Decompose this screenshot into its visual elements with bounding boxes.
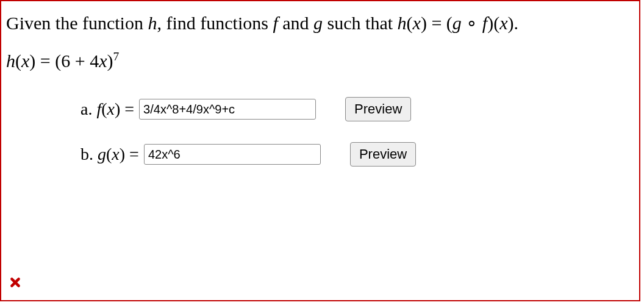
preview-button-b[interactable]: Preview (350, 142, 416, 167)
function-h: h (398, 13, 407, 33)
function-h: h (148, 13, 157, 33)
answer-row-a: a. f(x) = Preview (80, 97, 639, 121)
rparen: )( (487, 13, 499, 33)
given-equation: h(x) = (6 + 4x)7 (1, 34, 639, 71)
incorrect-icon (10, 277, 21, 288)
answer-input-b[interactable] (144, 144, 321, 165)
equals: = (120, 99, 134, 118)
rparen: ) (115, 99, 120, 118)
label-b-prefix: b. (80, 145, 98, 163)
prompt-text: such that (323, 13, 397, 33)
question-prompt: Given the function h, find functions f a… (1, 1, 639, 34)
lparen: ( (106, 145, 112, 163)
exponent: 7 (113, 50, 119, 63)
answer-input-a[interactable] (139, 99, 316, 120)
variable-x: x (413, 13, 421, 33)
lparen: ( (407, 13, 413, 33)
answer-row-b: b. g(x) = Preview (80, 142, 639, 167)
rparen: ) (107, 51, 113, 71)
variable-x: x (107, 99, 115, 118)
rparen: ) (29, 51, 35, 71)
variable-x: x (21, 51, 29, 71)
compose-symbol: ∘ (462, 13, 482, 33)
question-container: Given the function h, find functions f a… (0, 0, 640, 301)
equals: = (125, 145, 139, 163)
rparen: ). (508, 13, 519, 33)
answer-label-b: b. g(x) = (80, 145, 139, 164)
lparen: ( (15, 51, 21, 71)
answers-block: a. f(x) = Preview b. g(x) = Preview (1, 97, 639, 167)
variable-x: x (99, 51, 107, 71)
function-g: g (453, 13, 462, 33)
variable-x: x (499, 13, 507, 33)
variable-x: x (112, 145, 119, 163)
prompt-text: Given the function (6, 13, 148, 33)
equation-body: = (6 + 4 (35, 51, 99, 71)
rparen: ) (120, 145, 125, 163)
answer-label-a: a. f(x) = (80, 99, 134, 119)
function-h: h (6, 51, 15, 71)
prompt-text: and (278, 13, 313, 33)
preview-button-a[interactable]: Preview (345, 97, 411, 121)
function-g: g (98, 145, 106, 163)
function-f: f (482, 13, 487, 33)
label-a-prefix: a. (80, 99, 96, 118)
rparen: ) (421, 13, 427, 33)
lparen: ( (101, 99, 107, 118)
prompt-text: , find functions (157, 13, 273, 33)
equals-text: = ( (427, 13, 453, 33)
function-g: g (313, 13, 323, 33)
function-f: f (273, 13, 277, 33)
